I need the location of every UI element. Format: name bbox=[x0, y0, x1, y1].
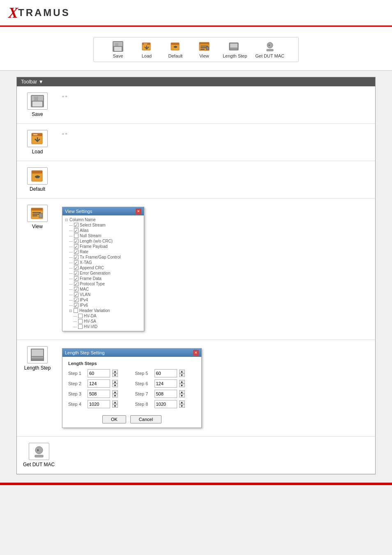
tree-item-ipv6[interactable]: — ✓ IPv6 bbox=[65, 303, 141, 308]
tree-check-null-stream[interactable] bbox=[74, 234, 78, 238]
tree-check-tx-frame[interactable]: ✓ bbox=[74, 255, 78, 259]
tree-check-error-gen[interactable]: ✓ bbox=[74, 271, 78, 275]
tree-item-vlan[interactable]: — ✓ VLAN bbox=[65, 292, 141, 297]
tree-label-error-gen: Error Generation bbox=[80, 271, 110, 275]
tree-check-frame-data[interactable]: ✓ bbox=[74, 276, 78, 281]
toolbar-save-btn[interactable]: Save bbox=[108, 41, 128, 58]
tree-label-rate: Rate bbox=[80, 250, 88, 254]
step-4-input[interactable] bbox=[88, 400, 110, 408]
tree-item-header-var[interactable]: ⊟ Header Variation bbox=[65, 308, 141, 313]
step-8-label: Step 8 bbox=[135, 402, 152, 407]
tree-item-protocol-type[interactable]: — ✓ Protocol Type bbox=[65, 281, 141, 287]
tree-check-frame-payload[interactable]: ✓ bbox=[74, 244, 78, 249]
get-dut-mac-section-btn[interactable]: Get DUT MAC bbox=[23, 443, 55, 467]
tree-item-ipv4[interactable]: — ✓ IPv4 bbox=[65, 297, 141, 303]
tree-item-length[interactable]: — ✓ Length (w/o CRC) bbox=[65, 238, 141, 244]
save-section: Save “ ” bbox=[17, 86, 375, 124]
step-8-down[interactable]: ▼ bbox=[179, 404, 185, 408]
step-5-down[interactable]: ▼ bbox=[179, 373, 185, 377]
step-6-input[interactable] bbox=[154, 379, 177, 388]
step-1-input[interactable] bbox=[88, 369, 110, 377]
ok-button[interactable]: OK bbox=[102, 415, 126, 423]
tree-item-null-stream[interactable]: — Null Stream bbox=[65, 233, 141, 238]
tree-item-mac[interactable]: — ✓ MAC bbox=[65, 287, 141, 292]
length-step-section: Length Step Length Step Setting ✕ Length… bbox=[17, 340, 375, 437]
view-icon-large bbox=[31, 207, 44, 220]
default-section-btn[interactable]: Default bbox=[23, 167, 52, 192]
step-5-input[interactable] bbox=[154, 369, 177, 377]
tree-label-protocol-type: Protocol Type bbox=[80, 282, 105, 286]
tree-check-hv-da[interactable] bbox=[78, 314, 83, 318]
step-2-input[interactable] bbox=[88, 379, 110, 388]
tree-expand-18: — bbox=[73, 314, 77, 318]
tree-check-protocol-type[interactable]: ✓ bbox=[74, 282, 78, 286]
length-dialog-close-btn[interactable]: ✕ bbox=[193, 350, 199, 356]
tree-item-error-gen[interactable]: — ✓ Error Generation bbox=[65, 271, 141, 276]
step-3-down[interactable]: ▼ bbox=[112, 394, 118, 398]
step-5-up[interactable]: ▲ bbox=[179, 370, 185, 373]
step-1-up[interactable]: ▲ bbox=[112, 370, 118, 373]
tree-item-hv-vid[interactable]: — HV-VID bbox=[65, 324, 141, 329]
tree-item-frame-payload[interactable]: — ✓ Frame Payload bbox=[65, 244, 141, 249]
step-3-input[interactable] bbox=[88, 390, 110, 398]
panel-title: Toolbar ▼ bbox=[21, 79, 44, 85]
toolbar-view-label: View bbox=[199, 53, 209, 58]
tree-check-header-var[interactable] bbox=[74, 308, 78, 313]
svg-rect-32 bbox=[31, 208, 43, 210]
toolbar-view-btn[interactable]: View bbox=[194, 41, 214, 58]
tree-item-rate[interactable]: — ✓ Rate bbox=[65, 249, 141, 254]
step-3-up[interactable]: ▲ bbox=[112, 390, 118, 394]
step-2-down[interactable]: ▼ bbox=[112, 384, 118, 387]
logo-rest: TRAMUS bbox=[18, 7, 70, 18]
tree-check-hv-vid[interactable] bbox=[78, 324, 83, 329]
tree-item-xtag[interactable]: — ✓ X-TAG bbox=[65, 260, 141, 265]
length-dialog-title-text: Length Step Setting bbox=[65, 350, 105, 355]
tree-item-hv-sa[interactable]: — HV-SA bbox=[65, 319, 141, 324]
step-1-down[interactable]: ▼ bbox=[112, 373, 118, 377]
length-step-btn-icon bbox=[27, 346, 48, 363]
tree-check-vlan[interactable]: ✓ bbox=[74, 292, 78, 297]
toolbar-default-label: Default bbox=[168, 53, 183, 58]
view-dialog-close-btn[interactable]: ✕ bbox=[136, 208, 141, 214]
tree-item-frame-data[interactable]: — ✓ Frame Data bbox=[65, 276, 141, 281]
tree-label-null-stream: Null Stream bbox=[80, 234, 101, 238]
length-step-section-btn[interactable]: Length Step bbox=[23, 346, 52, 371]
tree-expand-10: — bbox=[69, 271, 73, 275]
load-section-btn[interactable]: Load bbox=[23, 130, 52, 155]
tree-check-rate[interactable]: ✓ bbox=[74, 250, 78, 254]
toolbar-load-btn[interactable]: Load bbox=[136, 41, 157, 58]
tree-item-alias[interactable]: — ✓ Alias bbox=[65, 228, 141, 233]
tree-item-tx-frame[interactable]: — ✓ Tx Frame/Gap Control bbox=[65, 254, 141, 260]
step-2-up[interactable]: ▲ bbox=[112, 380, 118, 384]
tree-check-hv-sa[interactable] bbox=[78, 319, 83, 324]
step-6-up[interactable]: ▲ bbox=[179, 380, 185, 384]
tree-expand-1: — bbox=[69, 223, 73, 227]
tree-expand-15: — bbox=[69, 298, 73, 302]
step-7-input[interactable] bbox=[154, 390, 177, 398]
tree-item-append-crc[interactable]: — ✓ Append CRC bbox=[65, 265, 141, 271]
step-7-up[interactable]: ▲ bbox=[179, 390, 185, 394]
cancel-button[interactable]: Cancel bbox=[130, 415, 161, 423]
step-6-down[interactable]: ▼ bbox=[179, 384, 185, 387]
toolbar-get-dut-mac-btn[interactable]: Get DUT MAC bbox=[255, 41, 284, 58]
tree-check-mac[interactable]: ✓ bbox=[74, 287, 78, 291]
tree-check-xtag[interactable]: ✓ bbox=[74, 260, 78, 265]
tree-check-length[interactable]: ✓ bbox=[74, 239, 78, 243]
toolbar-length-step-btn[interactable]: Length Step bbox=[223, 41, 247, 58]
tree-check-append-crc[interactable]: ✓ bbox=[74, 266, 78, 270]
step-4-up[interactable]: ▲ bbox=[112, 400, 118, 404]
tree-item-hv-da[interactable]: — HV-DA bbox=[65, 313, 141, 319]
toolbar-default-btn[interactable]: Default bbox=[165, 41, 186, 58]
view-section-btn[interactable]: View bbox=[23, 205, 52, 229]
save-section-btn[interactable]: Save bbox=[23, 92, 52, 117]
tree-check-ipv6[interactable]: ✓ bbox=[74, 303, 78, 308]
tree-check-alias[interactable]: ✓ bbox=[74, 228, 78, 233]
tree-check-select-stream[interactable]: ✓ bbox=[74, 223, 78, 227]
tree-item-select-stream[interactable]: — ✓ Select Stream bbox=[65, 222, 141, 228]
tree-check-ipv4[interactable]: ✓ bbox=[74, 298, 78, 302]
step-4-down[interactable]: ▼ bbox=[112, 404, 118, 408]
step-7-down[interactable]: ▼ bbox=[179, 394, 185, 398]
load-label: Load bbox=[32, 149, 43, 155]
step-8-input[interactable] bbox=[154, 400, 177, 408]
step-8-up[interactable]: ▲ bbox=[179, 400, 185, 404]
